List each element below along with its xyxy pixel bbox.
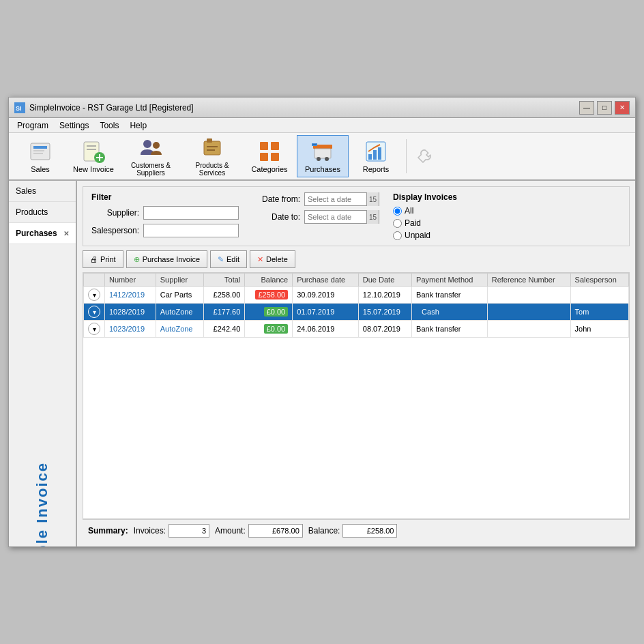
cell-total: £177.60 — [203, 304, 245, 321]
cell-salesperson — [570, 287, 628, 304]
toolbar-new-invoice[interactable]: New Invoice — [68, 135, 119, 177]
maximize-button[interactable]: □ — [597, 101, 612, 115]
cell-reference — [487, 321, 570, 338]
app-logo: Simple Invoice — [33, 462, 51, 546]
toolbar-reports-label: Reports — [363, 165, 390, 173]
sales-icon — [28, 139, 53, 164]
edit-button[interactable]: ✎ Edit — [210, 250, 247, 268]
col-expand — [84, 274, 105, 287]
radio-paid[interactable]: Paid — [393, 218, 457, 228]
customers-suppliers-icon — [138, 136, 163, 160]
action-bar: 🖨 Print ⊕ Purchase Invoice ✎ Edit ✕ Dele… — [83, 250, 630, 268]
col-purchase-date[interactable]: Purchase date — [293, 274, 359, 287]
date-from-row: Date from: 15 — [252, 192, 379, 206]
col-supplier[interactable]: Supplier — [156, 274, 203, 287]
menu-settings[interactable]: Settings — [54, 119, 94, 132]
table-body: ▾1412/2019Car Parts£258.00£258.0030.09.2… — [84, 287, 629, 338]
svg-rect-21 — [271, 153, 279, 161]
col-payment-method[interactable]: Payment Method — [412, 274, 488, 287]
table-row[interactable]: ▾1028/2019AutoZone£177.60£0.0001.07.2019… — [84, 304, 629, 321]
cell-number: 1028/2019 — [105, 304, 156, 321]
radio-all-input[interactable] — [393, 207, 402, 216]
invoices-value: 3 — [169, 524, 209, 538]
radio-unpaid-input[interactable] — [393, 231, 402, 240]
edit-icon: ✎ — [218, 255, 224, 264]
balance-value: £258.00 — [342, 524, 397, 538]
cell-number: 1023/2019 — [105, 321, 156, 338]
salesperson-label: Salesperson: — [91, 226, 139, 235]
menu-bar: Program Settings Tools Help — [9, 118, 635, 133]
toolbar-products-services[interactable]: Products & Services — [182, 135, 242, 177]
print-button[interactable]: 🖨 Print — [83, 250, 123, 268]
salesperson-input[interactable] — [143, 224, 239, 237]
date-to-label: Date to: — [252, 212, 300, 222]
sidebar-sales-label: Sales — [16, 186, 36, 196]
sidebar-item-purchases[interactable]: Purchases ✕ — [9, 223, 76, 244]
radio-all[interactable]: All — [393, 206, 457, 216]
radio-paid-input[interactable] — [393, 219, 402, 228]
toolbar-products-services-label: Products & Services — [184, 162, 240, 177]
toolbar-separator — [406, 139, 407, 173]
date-filter-group: Date from: 15 Date to: 15 — [252, 192, 379, 224]
salesperson-row: Salesperson: — [91, 224, 239, 237]
supplier-label: Supplier: — [91, 208, 139, 218]
toolbar-categories[interactable]: Categories — [244, 135, 295, 177]
col-total[interactable]: Total — [203, 274, 245, 287]
toolbar-sales[interactable]: Sales — [14, 135, 66, 177]
expand-button[interactable]: ▾ — [88, 289, 100, 301]
col-number[interactable]: Number — [105, 274, 156, 287]
svg-point-25 — [325, 157, 329, 161]
purchase-invoice-button[interactable]: ⊕ Purchase Invoice — [126, 250, 207, 268]
sidebar-item-products[interactable]: Products — [9, 202, 76, 223]
toolbar-purchases[interactable]: Purchases — [297, 135, 349, 177]
col-salesperson[interactable]: Salesperson — [570, 274, 628, 287]
menu-tools[interactable]: Tools — [94, 119, 124, 132]
table-row[interactable]: ▾1023/2019AutoZone£242.40£0.0024.06.2019… — [84, 321, 629, 338]
svg-rect-19 — [271, 142, 279, 150]
menu-program[interactable]: Program — [12, 119, 54, 132]
toolbar-customers-suppliers[interactable]: Customers & Suppliers — [121, 135, 181, 177]
date-from-label: Date from: — [252, 194, 300, 204]
expand-button[interactable]: ▾ — [88, 323, 100, 335]
col-due-date[interactable]: Due Date — [358, 274, 411, 287]
cell-purchase-date: 01.07.2019 — [293, 304, 359, 321]
expand-button[interactable]: ▾ — [88, 306, 100, 318]
sidebar-item-sales[interactable]: Sales — [9, 181, 76, 202]
svg-point-13 — [153, 142, 160, 149]
toolbar-tool[interactable] — [411, 135, 438, 177]
cell-purchase-date: 24.06.2019 — [293, 321, 359, 338]
delete-button[interactable]: ✕ Delete — [250, 250, 295, 268]
sidebar-close-icon[interactable]: ✕ — [63, 230, 69, 237]
menu-help[interactable]: Help — [124, 119, 152, 132]
toolbar-reports[interactable]: Reports — [350, 135, 402, 177]
date-from-btn[interactable]: 15 — [366, 192, 379, 206]
minimize-button[interactable]: — — [579, 101, 594, 115]
date-to-input[interactable] — [305, 211, 366, 222]
date-from-input[interactable] — [305, 194, 366, 205]
col-balance[interactable]: Balance — [245, 274, 293, 287]
amount-value: £678.00 — [248, 524, 303, 538]
svg-text:SI: SI — [16, 105, 22, 112]
amount-field: Amount: £678.00 — [215, 524, 303, 538]
cell-payment-method: Cash — [412, 304, 488, 321]
date-to-wrap: 15 — [304, 210, 379, 224]
cell-due-date: 08.07.2019 — [358, 321, 411, 338]
svg-rect-30 — [373, 150, 377, 160]
cell-balance: £258.00 — [245, 287, 293, 304]
date-to-btn[interactable]: 15 — [366, 210, 379, 224]
table-row[interactable]: ▾1412/2019Car Parts£258.00£258.0030.09.2… — [84, 287, 629, 304]
svg-point-12 — [143, 140, 151, 148]
supplier-input[interactable] — [143, 206, 239, 220]
sidebar-products-label: Products — [16, 207, 48, 217]
radio-unpaid[interactable]: Unpaid — [393, 231, 457, 240]
close-button[interactable]: ✕ — [615, 101, 630, 115]
toolbar-categories-label: Categories — [251, 165, 287, 173]
amount-label: Amount: — [215, 526, 246, 536]
balance-label: Balance: — [308, 526, 340, 536]
print-label: Print — [100, 255, 116, 263]
invoice-table-container: Number Supplier Total Balance Purchase d… — [83, 272, 630, 519]
col-reference[interactable]: Reference Number — [487, 274, 570, 287]
radio-paid-label: Paid — [405, 218, 421, 228]
table-header-row: Number Supplier Total Balance Purchase d… — [84, 274, 629, 287]
svg-rect-23 — [314, 149, 331, 158]
